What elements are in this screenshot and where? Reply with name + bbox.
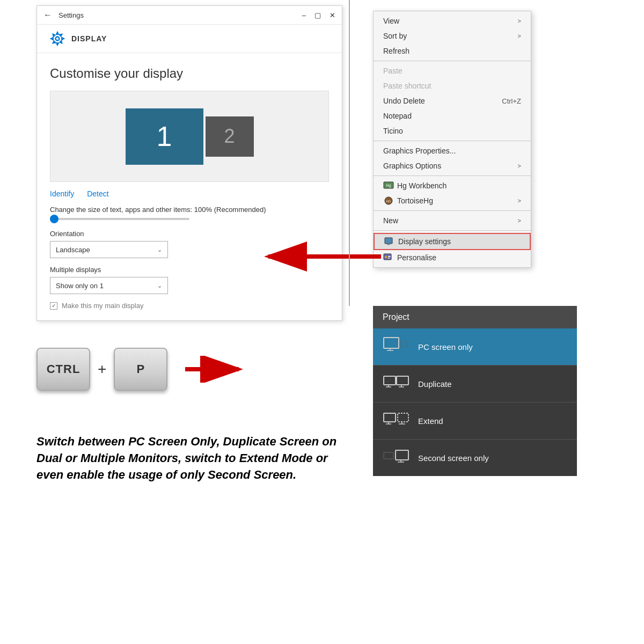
ctx-undo-delete[interactable]: Undo Delete Ctrl+Z <box>374 93 531 108</box>
svg-rect-18 <box>384 376 396 385</box>
red-arrow-horizontal-1 <box>263 240 381 273</box>
keyboard-section: CTRL + P <box>36 348 244 391</box>
identify-link[interactable]: Identify <box>50 189 74 198</box>
ctx-tortoisehg[interactable]: HG TortoiseHg > <box>374 193 531 208</box>
back-button[interactable]: ← <box>43 10 52 20</box>
main-display-label: Make this my main display <box>62 302 143 310</box>
svg-rect-14 <box>384 338 399 348</box>
ctx-sortby[interactable]: Sort by > <box>374 28 531 43</box>
svg-rect-24 <box>384 413 396 422</box>
svg-rect-21 <box>397 376 408 385</box>
monitor-preview: 1 2 <box>50 91 329 182</box>
multiple-displays-value: Show only on 1 <box>56 282 104 290</box>
vertical-divider <box>349 0 350 306</box>
svg-rect-17 <box>401 341 407 347</box>
multiple-displays-dropdown[interactable]: Show only on 1 ⌄ <box>50 277 168 294</box>
ctx-view[interactable]: View > <box>374 13 531 28</box>
svg-rect-6 <box>387 244 390 245</box>
tortoisehg-icon: HG <box>383 196 394 205</box>
ctx-paste: Paste <box>374 63 531 78</box>
monitor-2: 2 <box>206 116 254 157</box>
ctx-divider-1 <box>374 61 531 61</box>
window-title: Settings <box>58 11 84 19</box>
main-display-checkbox[interactable]: ✓ <box>50 302 57 310</box>
ctx-hg-workbench[interactable]: Hg Hg Workbench <box>374 178 531 193</box>
p-key: P <box>114 348 167 391</box>
settings-body: Customise your display 1 2 Identify Dete… <box>37 53 342 320</box>
svg-point-0 <box>56 37 60 41</box>
display-settings-icon <box>384 237 395 246</box>
ctx-divider-5 <box>374 230 531 231</box>
maximize-button[interactable]: ▢ <box>314 11 321 19</box>
svg-text:Hg: Hg <box>386 184 391 188</box>
project-panel: Project PC screen only Duplicate <box>373 306 577 476</box>
svg-rect-31 <box>396 450 408 460</box>
project-item-duplicate[interactable]: Duplicate <box>373 365 577 402</box>
chevron-right-icon: > <box>518 18 521 24</box>
close-button[interactable]: ✕ <box>330 11 335 19</box>
chevron-right-icon: > <box>518 163 521 169</box>
undo-shortcut: Ctrl+Z <box>502 97 521 105</box>
customise-title: Customise your display <box>50 66 329 81</box>
project-item-pc-screen[interactable]: PC screen only <box>373 328 577 365</box>
detect-link[interactable]: Detect <box>87 189 108 198</box>
pc-screen-label: PC screen only <box>418 342 473 352</box>
gear-icon <box>50 31 65 46</box>
window-controls: – ▢ ✕ <box>302 11 335 19</box>
monitor-1: 1 <box>126 108 203 165</box>
ctx-ticino[interactable]: Ticino <box>374 123 531 138</box>
extend-label: Extend <box>418 416 443 426</box>
section-title: DISPLAY <box>71 34 107 43</box>
ctx-personalise[interactable]: Personalise <box>374 250 531 265</box>
svg-rect-27 <box>398 413 408 422</box>
second-screen-label: Second screen only <box>418 453 489 463</box>
svg-rect-5 <box>385 238 392 244</box>
chevron-right-icon: > <box>518 33 521 39</box>
slider-thumb[interactable] <box>50 215 58 223</box>
plus-symbol: + <box>98 361 106 378</box>
project-item-extend[interactable]: Extend <box>373 402 577 439</box>
svg-rect-10 <box>388 256 391 257</box>
project-item-second-screen[interactable]: Second screen only <box>373 440 577 476</box>
settings-window: ← Settings – ▢ ✕ DISPLAY Customise your … <box>36 5 342 321</box>
ctx-divider-3 <box>374 175 531 176</box>
duplicate-label: Duplicate <box>418 379 452 389</box>
ctx-display-settings[interactable]: Display settings <box>374 233 531 250</box>
ctx-refresh[interactable]: Refresh <box>374 43 531 58</box>
orientation-dropdown[interactable]: Landscape ⌄ <box>50 241 168 258</box>
ctrl-key: CTRL <box>36 348 90 391</box>
red-arrow-keyboard <box>182 356 244 383</box>
minimize-button[interactable]: – <box>302 11 306 19</box>
second-screen-only-icon <box>383 448 409 467</box>
context-menu: View > Sort by > Refresh Paste Paste sho… <box>373 11 531 268</box>
orientation-value: Landscape <box>56 246 90 254</box>
scale-slider[interactable] <box>50 218 329 220</box>
extend-icon <box>383 411 409 430</box>
ctx-divider-2 <box>374 141 531 141</box>
project-title: Project <box>373 306 577 328</box>
ctx-notepad[interactable]: Notepad <box>374 108 531 123</box>
ctx-graphics-options[interactable]: Graphics Options > <box>374 158 531 173</box>
svg-point-9 <box>385 256 387 258</box>
description-text: Switch between PC Screen Only, Duplicate… <box>36 434 337 483</box>
svg-rect-30 <box>384 452 393 459</box>
display-links: Identify Detect <box>50 189 329 198</box>
main-display-checkbox-row: ✓ Make this my main display <box>50 302 329 310</box>
chevron-down-icon-2: ⌄ <box>157 282 162 289</box>
ctx-new[interactable]: New > <box>374 213 531 228</box>
personalise-icon <box>383 253 394 262</box>
ctx-graphics-properties[interactable]: Graphics Properties... <box>374 143 531 158</box>
svg-rect-11 <box>388 258 390 259</box>
orientation-label: Orientation <box>50 230 329 238</box>
pc-screen-only-icon <box>383 337 409 356</box>
chevron-right-icon: > <box>518 217 521 224</box>
ctx-divider-4 <box>374 210 531 211</box>
duplicate-icon <box>383 374 409 393</box>
settings-header: DISPLAY <box>37 25 342 53</box>
title-bar: ← Settings – ▢ ✕ <box>37 6 342 25</box>
scale-text: Change the size of text, apps and other … <box>50 206 329 214</box>
chevron-right-icon: > <box>518 197 521 204</box>
svg-text:HG: HG <box>386 200 391 203</box>
ctx-paste-shortcut: Paste shortcut <box>374 78 531 93</box>
chevron-down-icon: ⌄ <box>157 246 162 253</box>
